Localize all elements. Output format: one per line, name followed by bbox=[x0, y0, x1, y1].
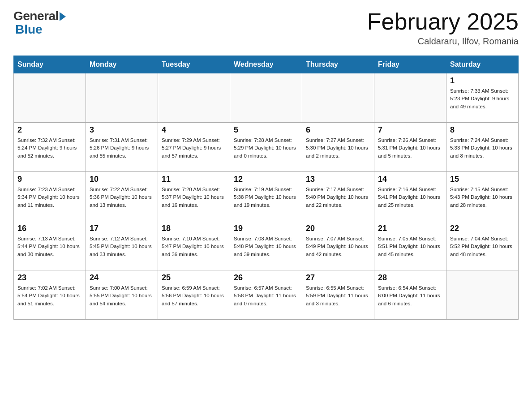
day-number: 19 bbox=[234, 224, 298, 233]
calendar-table: SundayMondayTuesdayWednesdayThursdayFrid… bbox=[13, 56, 519, 320]
day-number: 21 bbox=[378, 224, 442, 233]
calendar-cell: 19Sunrise: 7:08 AM Sunset: 5:48 PM Dayli… bbox=[230, 221, 302, 270]
calendar-cell: 23Sunrise: 7:02 AM Sunset: 5:54 PM Dayli… bbox=[14, 270, 86, 320]
month-title: February 2025 bbox=[367, 9, 519, 34]
day-info: Sunrise: 7:26 AM Sunset: 5:31 PM Dayligh… bbox=[378, 137, 442, 160]
day-info: Sunrise: 7:15 AM Sunset: 5:43 PM Dayligh… bbox=[450, 186, 515, 209]
calendar-cell: 27Sunrise: 6:55 AM Sunset: 5:59 PM Dayli… bbox=[302, 270, 374, 320]
week-row-3: 9Sunrise: 7:23 AM Sunset: 5:34 PM Daylig… bbox=[14, 172, 519, 221]
calendar-cell bbox=[446, 270, 519, 320]
day-number: 9 bbox=[17, 175, 82, 184]
day-number: 20 bbox=[306, 224, 370, 233]
week-row-2: 2Sunrise: 7:32 AM Sunset: 5:24 PM Daylig… bbox=[14, 123, 519, 172]
day-number: 10 bbox=[90, 175, 154, 184]
day-info: Sunrise: 7:32 AM Sunset: 5:24 PM Dayligh… bbox=[17, 137, 82, 160]
calendar-cell: 11Sunrise: 7:20 AM Sunset: 5:37 PM Dayli… bbox=[158, 172, 230, 221]
day-info: Sunrise: 7:28 AM Sunset: 5:29 PM Dayligh… bbox=[234, 137, 298, 160]
logo: General Blue bbox=[13, 9, 66, 37]
weekday-header-tuesday: Tuesday bbox=[158, 56, 230, 73]
location-text: Caldararu, Ilfov, Romania bbox=[367, 36, 519, 47]
day-info: Sunrise: 7:22 AM Sunset: 5:36 PM Dayligh… bbox=[90, 186, 154, 209]
day-info: Sunrise: 6:55 AM Sunset: 5:59 PM Dayligh… bbox=[306, 284, 370, 308]
weekday-header-monday: Monday bbox=[86, 56, 158, 73]
day-info: Sunrise: 7:20 AM Sunset: 5:37 PM Dayligh… bbox=[162, 186, 226, 209]
weekday-header-row: SundayMondayTuesdayWednesdayThursdayFrid… bbox=[14, 56, 519, 73]
day-info: Sunrise: 7:00 AM Sunset: 5:55 PM Dayligh… bbox=[90, 284, 154, 308]
day-info: Sunrise: 6:57 AM Sunset: 5:58 PM Dayligh… bbox=[234, 284, 298, 308]
calendar-cell: 10Sunrise: 7:22 AM Sunset: 5:36 PM Dayli… bbox=[86, 172, 158, 221]
weekday-header-saturday: Saturday bbox=[446, 56, 519, 73]
page-header: General Blue February 2025 Caldararu, Il… bbox=[13, 9, 519, 47]
calendar-cell bbox=[86, 73, 158, 123]
calendar-header: SundayMondayTuesdayWednesdayThursdayFrid… bbox=[14, 56, 519, 73]
day-number: 23 bbox=[17, 273, 82, 283]
calendar-cell: 6Sunrise: 7:27 AM Sunset: 5:30 PM Daylig… bbox=[302, 123, 374, 172]
day-info: Sunrise: 7:23 AM Sunset: 5:34 PM Dayligh… bbox=[17, 186, 82, 209]
day-number: 28 bbox=[378, 273, 442, 283]
day-number: 13 bbox=[306, 175, 370, 184]
day-number: 16 bbox=[17, 224, 82, 233]
day-number: 12 bbox=[234, 175, 298, 184]
day-info: Sunrise: 7:12 AM Sunset: 5:45 PM Dayligh… bbox=[90, 235, 154, 258]
calendar-body: 1Sunrise: 7:33 AM Sunset: 5:23 PM Daylig… bbox=[14, 73, 519, 320]
weekday-header-sunday: Sunday bbox=[14, 56, 86, 73]
calendar-cell: 5Sunrise: 7:28 AM Sunset: 5:29 PM Daylig… bbox=[230, 123, 302, 172]
day-number: 2 bbox=[17, 125, 82, 135]
logo-blue-text: Blue bbox=[13, 22, 43, 37]
weekday-header-wednesday: Wednesday bbox=[230, 56, 302, 73]
day-info: Sunrise: 7:31 AM Sunset: 5:26 PM Dayligh… bbox=[90, 137, 154, 160]
day-number: 3 bbox=[90, 125, 154, 135]
day-info: Sunrise: 7:16 AM Sunset: 5:41 PM Dayligh… bbox=[378, 186, 442, 209]
day-info: Sunrise: 6:54 AM Sunset: 6:00 PM Dayligh… bbox=[378, 284, 442, 308]
day-number: 5 bbox=[234, 125, 298, 135]
calendar-cell bbox=[374, 73, 446, 123]
calendar-cell: 1Sunrise: 7:33 AM Sunset: 5:23 PM Daylig… bbox=[446, 73, 519, 123]
calendar-cell: 4Sunrise: 7:29 AM Sunset: 5:27 PM Daylig… bbox=[158, 123, 230, 172]
calendar-cell bbox=[14, 73, 86, 123]
day-number: 8 bbox=[450, 125, 515, 135]
day-info: Sunrise: 6:59 AM Sunset: 5:56 PM Dayligh… bbox=[162, 284, 226, 308]
day-info: Sunrise: 7:29 AM Sunset: 5:27 PM Dayligh… bbox=[162, 137, 226, 160]
day-number: 25 bbox=[162, 273, 226, 283]
day-info: Sunrise: 7:05 AM Sunset: 5:51 PM Dayligh… bbox=[378, 235, 442, 258]
day-info: Sunrise: 7:17 AM Sunset: 5:40 PM Dayligh… bbox=[306, 186, 370, 209]
calendar-cell bbox=[230, 73, 302, 123]
day-info: Sunrise: 7:04 AM Sunset: 5:52 PM Dayligh… bbox=[450, 235, 515, 258]
day-info: Sunrise: 7:08 AM Sunset: 5:48 PM Dayligh… bbox=[234, 235, 298, 258]
calendar-cell: 21Sunrise: 7:05 AM Sunset: 5:51 PM Dayli… bbox=[374, 221, 446, 270]
week-row-1: 1Sunrise: 7:33 AM Sunset: 5:23 PM Daylig… bbox=[14, 73, 519, 123]
day-number: 15 bbox=[450, 175, 515, 184]
day-info: Sunrise: 7:07 AM Sunset: 5:49 PM Dayligh… bbox=[306, 235, 370, 258]
day-info: Sunrise: 7:13 AM Sunset: 5:44 PM Dayligh… bbox=[17, 235, 82, 258]
calendar-cell: 26Sunrise: 6:57 AM Sunset: 5:58 PM Dayli… bbox=[230, 270, 302, 320]
calendar-cell: 3Sunrise: 7:31 AM Sunset: 5:26 PM Daylig… bbox=[86, 123, 158, 172]
calendar-cell bbox=[302, 73, 374, 123]
logo-arrow-icon bbox=[60, 12, 66, 21]
day-info: Sunrise: 7:24 AM Sunset: 5:33 PM Dayligh… bbox=[450, 137, 515, 160]
calendar-cell: 22Sunrise: 7:04 AM Sunset: 5:52 PM Dayli… bbox=[446, 221, 519, 270]
calendar-cell: 2Sunrise: 7:32 AM Sunset: 5:24 PM Daylig… bbox=[14, 123, 86, 172]
day-info: Sunrise: 7:27 AM Sunset: 5:30 PM Dayligh… bbox=[306, 137, 370, 160]
calendar-cell: 8Sunrise: 7:24 AM Sunset: 5:33 PM Daylig… bbox=[446, 123, 519, 172]
title-area: February 2025 Caldararu, Ilfov, Romania bbox=[367, 9, 519, 47]
calendar-cell: 25Sunrise: 6:59 AM Sunset: 5:56 PM Dayli… bbox=[158, 270, 230, 320]
day-number: 7 bbox=[378, 125, 442, 135]
logo-general-text: General bbox=[13, 9, 59, 23]
day-info: Sunrise: 7:19 AM Sunset: 5:38 PM Dayligh… bbox=[234, 186, 298, 209]
calendar-cell: 20Sunrise: 7:07 AM Sunset: 5:49 PM Dayli… bbox=[302, 221, 374, 270]
calendar-cell: 16Sunrise: 7:13 AM Sunset: 5:44 PM Dayli… bbox=[14, 221, 86, 270]
week-row-5: 23Sunrise: 7:02 AM Sunset: 5:54 PM Dayli… bbox=[14, 270, 519, 320]
day-info: Sunrise: 7:02 AM Sunset: 5:54 PM Dayligh… bbox=[17, 284, 82, 308]
calendar-cell: 17Sunrise: 7:12 AM Sunset: 5:45 PM Dayli… bbox=[86, 221, 158, 270]
calendar-cell: 13Sunrise: 7:17 AM Sunset: 5:40 PM Dayli… bbox=[302, 172, 374, 221]
weekday-header-thursday: Thursday bbox=[302, 56, 374, 73]
calendar-cell: 14Sunrise: 7:16 AM Sunset: 5:41 PM Dayli… bbox=[374, 172, 446, 221]
calendar-cell: 24Sunrise: 7:00 AM Sunset: 5:55 PM Dayli… bbox=[86, 270, 158, 320]
calendar-cell: 18Sunrise: 7:10 AM Sunset: 5:47 PM Dayli… bbox=[158, 221, 230, 270]
calendar-cell: 7Sunrise: 7:26 AM Sunset: 5:31 PM Daylig… bbox=[374, 123, 446, 172]
day-number: 27 bbox=[306, 273, 370, 283]
day-number: 14 bbox=[378, 175, 442, 184]
calendar-cell: 28Sunrise: 6:54 AM Sunset: 6:00 PM Dayli… bbox=[374, 270, 446, 320]
day-number: 18 bbox=[162, 224, 226, 233]
calendar-cell: 12Sunrise: 7:19 AM Sunset: 5:38 PM Dayli… bbox=[230, 172, 302, 221]
